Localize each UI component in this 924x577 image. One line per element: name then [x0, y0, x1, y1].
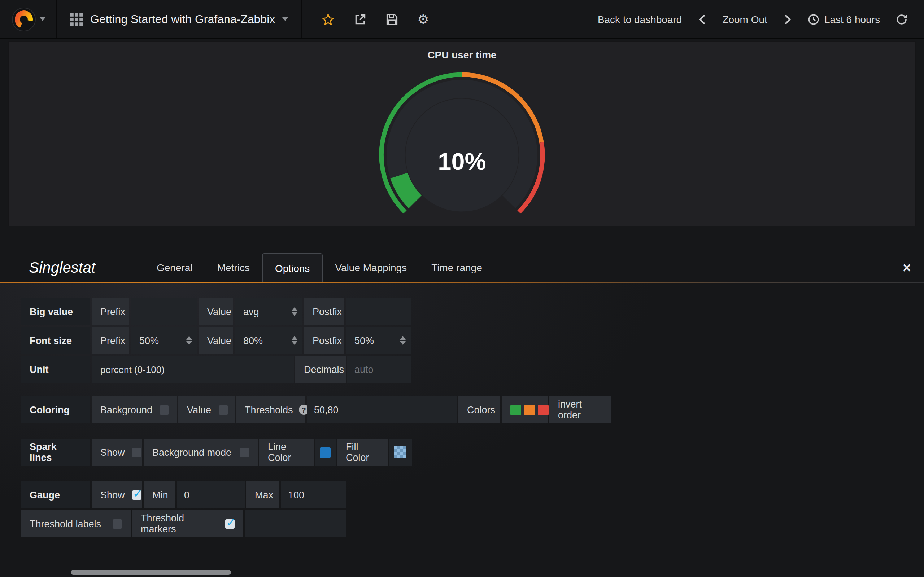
editor-header: Singlestat General Metrics Options Value… — [0, 253, 924, 282]
panel-title[interactable]: CPU user time — [9, 42, 915, 64]
value-checkbox[interactable] — [218, 405, 228, 414]
line-color-label: Line Color — [259, 438, 314, 466]
colors-label: Colors — [459, 396, 500, 423]
caret-down-icon — [39, 17, 45, 21]
big-value-postfix-input[interactable] — [346, 298, 411, 325]
threshold-color-3-swatch[interactable] — [538, 404, 549, 415]
grafana-menu-button[interactable] — [0, 0, 56, 38]
font-size-prefix-select[interactable]: 50% — [131, 327, 197, 354]
spinner-icon — [292, 336, 297, 345]
tab-options[interactable]: Options — [262, 253, 323, 282]
gear-icon: ⚙ — [417, 11, 429, 27]
gauge-value: 10% — [438, 148, 486, 175]
fill-color-overlay — [394, 446, 406, 458]
star-button[interactable] — [312, 0, 344, 38]
big-value-section-label: Big value — [21, 298, 90, 325]
dashboard-title-button[interactable]: Getting Started with Grafana-Zabbix — [56, 0, 302, 38]
refresh-icon — [896, 13, 908, 25]
dashboard-title: Getting Started with Grafana-Zabbix — [90, 13, 275, 26]
threshold-markers-option[interactable]: Threshold markers — [132, 510, 243, 537]
coloring-row: Coloring Background Value Thresholds ? C… — [21, 396, 924, 423]
font-size-postfix-select[interactable]: 50% — [346, 327, 411, 354]
spinner-icon — [400, 336, 406, 345]
time-shift-right-button[interactable] — [777, 13, 798, 25]
gauge-show-checkbox[interactable] — [132, 490, 142, 500]
background-mode-checkbox[interactable] — [240, 448, 249, 457]
tab-general[interactable]: General — [144, 253, 205, 282]
fill-color-swatch[interactable] — [394, 446, 406, 458]
tab-value-mappings[interactable]: Value Mappings — [323, 253, 419, 282]
horizontal-scrollbar-thumb[interactable] — [71, 570, 231, 575]
background-mode-option[interactable]: Background mode — [144, 438, 258, 466]
settings-button[interactable]: ⚙ — [408, 0, 438, 38]
threshold-color-2-swatch[interactable] — [524, 404, 535, 415]
tab-metrics[interactable]: Metrics — [205, 253, 262, 282]
font-size-value-label: Value — [199, 327, 233, 354]
fill-color-label: Fill Color — [337, 438, 388, 466]
chevron-left-icon — [698, 13, 706, 25]
big-value-stat-select[interactable]: avg — [234, 298, 302, 325]
zoom-out-button[interactable]: Zoom Out — [713, 13, 777, 25]
spinner-icon — [186, 336, 192, 345]
font-size-postfix-label: Postfix — [304, 327, 344, 354]
decimals-label: Decimals — [295, 356, 346, 383]
editor-tabs: General Metrics Options Value Mappings T… — [144, 253, 494, 282]
coloring-background-option[interactable]: Background — [92, 396, 177, 423]
unit-row: Unit percent (0-100) Decimals — [21, 356, 924, 383]
back-to-dashboard-button[interactable]: Back to dashboard — [588, 13, 691, 25]
dashboard-grid-icon — [70, 13, 83, 26]
line-color-swatch[interactable] — [320, 447, 331, 458]
big-value-postfix-label: Postfix — [304, 298, 344, 325]
max-input[interactable] — [281, 481, 346, 508]
spark-show-checkbox[interactable] — [132, 448, 142, 457]
gauge-show-option[interactable]: Show — [92, 481, 142, 508]
unit-picker[interactable]: percent (0-100) — [92, 356, 294, 383]
threshold-markers-checkbox[interactable] — [225, 519, 234, 528]
decimals-input[interactable] — [347, 356, 411, 383]
big-value-prefix-input[interactable] — [131, 298, 197, 325]
thresholds-label: Thresholds ? — [236, 396, 305, 423]
thresholds-input[interactable] — [307, 396, 457, 423]
threshold-labels-option[interactable]: Threshold labels — [21, 510, 131, 537]
big-value-prefix-label: Prefix — [92, 298, 129, 325]
min-input[interactable] — [177, 481, 245, 508]
threshold-color-1-swatch[interactable] — [510, 404, 521, 415]
threshold-labels-checkbox[interactable] — [113, 519, 122, 528]
big-value-row: Big value Prefix Value avg Postfix — [21, 298, 924, 325]
time-picker-button[interactable]: Last 6 hours — [798, 13, 889, 25]
max-label: Max — [246, 481, 279, 508]
fill-color-cell — [389, 438, 412, 466]
font-size-value-select[interactable]: 80% — [234, 327, 302, 354]
clock-icon — [808, 13, 819, 25]
singlestat-panel: CPU user time 10% — [8, 41, 916, 226]
caret-down-icon — [282, 17, 288, 21]
tab-time-range[interactable]: Time range — [419, 253, 494, 282]
font-size-row: Font size Prefix 50% Value 80% Postfix 5… — [21, 327, 924, 354]
background-checkbox[interactable] — [160, 405, 169, 414]
options-tab-content: Big value Prefix Value avg Postfix Font … — [0, 284, 924, 577]
close-editor-button[interactable]: × — [903, 253, 911, 282]
line-color-cell — [315, 438, 336, 466]
close-icon: × — [903, 259, 911, 276]
save-button[interactable] — [376, 0, 408, 38]
chevron-right-icon — [783, 13, 792, 25]
big-value-value-label: Value — [199, 298, 233, 325]
gauge-svg: 10% — [332, 64, 592, 226]
coloring-value-option[interactable]: Value — [178, 396, 234, 423]
threshold-color-swatches — [502, 396, 548, 423]
refresh-button[interactable] — [889, 13, 914, 25]
star-icon — [321, 13, 335, 26]
font-size-section-label: Font size — [21, 327, 90, 354]
navbar: Getting Started with Grafana-Zabbix — [0, 0, 924, 39]
share-icon — [354, 13, 367, 26]
grafana-app: Getting Started with Grafana-Zabbix — [0, 0, 924, 577]
panel-editor: Singlestat General Metrics Options Value… — [0, 253, 924, 577]
save-icon — [386, 13, 399, 26]
share-button[interactable] — [344, 0, 376, 38]
invert-order-button[interactable]: invert order — [549, 396, 611, 423]
grafana-logo-icon — [11, 7, 36, 31]
editor-panel-type: Singlestat — [29, 253, 144, 282]
unit-section-label: Unit — [21, 356, 90, 383]
spark-lines-show-option[interactable]: Show — [92, 438, 142, 466]
time-shift-left-button[interactable] — [691, 13, 713, 25]
